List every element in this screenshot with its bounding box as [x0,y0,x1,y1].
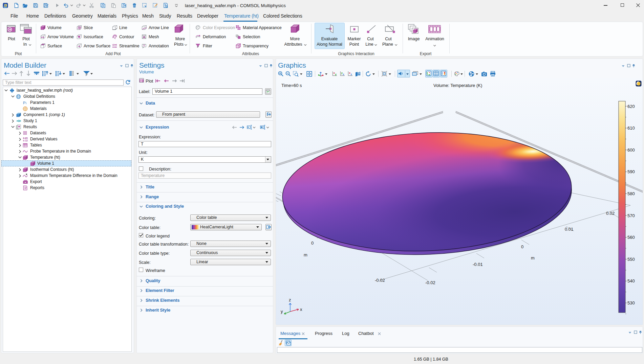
svg-text:580: 580 [627,191,635,196]
svg-text:0: 0 [311,241,314,246]
svg-text:0.01: 0.01 [565,227,573,232]
svg-text:z: z [343,73,344,76]
svg-text:-0.02: -0.02 [375,278,385,283]
svg-text:610: 610 [627,126,635,131]
svg-text:e-12: e-12 [23,139,28,142]
svg-text:540: 540 [627,278,635,283]
svg-text:-0.02: -0.02 [425,280,435,285]
svg-text:z: z [289,297,291,302]
svg-text:z: z [351,73,352,76]
svg-text:m: m [531,255,535,260]
svg-text:-0.01: -0.01 [473,262,483,267]
svg-text:620: 620 [627,104,635,109]
svg-text:y: y [335,73,337,76]
svg-text:560: 560 [627,235,635,240]
svg-text:570: 570 [627,213,635,218]
svg-text:550: 550 [627,257,635,262]
svg-text:y: y [281,309,283,314]
svg-text:600: 600 [627,147,635,153]
svg-text:P: P [23,100,26,105]
svg-text:m: m [304,252,307,257]
svg-text:0: 0 [521,244,523,249]
svg-text:i: i [26,101,26,105]
svg-text:0.02: 0.02 [606,211,615,216]
svg-text:530: 530 [627,300,635,305]
svg-text:x: x [300,307,302,312]
svg-text:590: 590 [627,169,635,174]
svg-text:8.85: 8.85 [23,137,28,139]
